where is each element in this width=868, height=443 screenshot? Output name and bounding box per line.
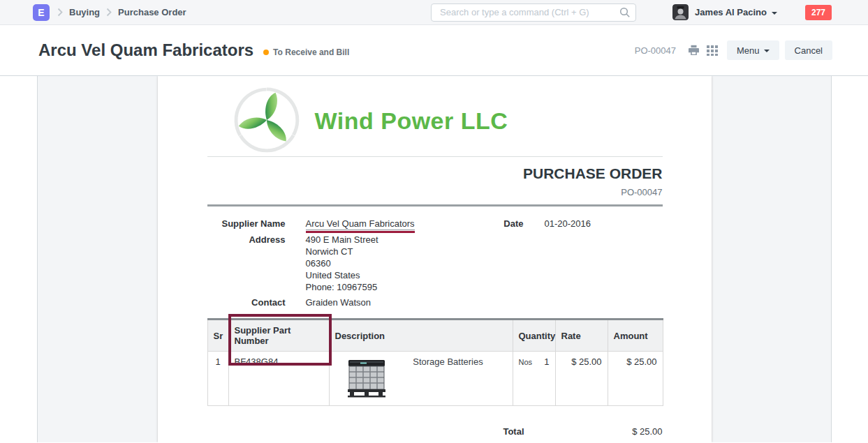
supplier-name-value: Arcu Vel Quam Fabricators [306, 218, 415, 230]
status-label: To Receive and Bill [273, 47, 349, 57]
breadcrumb-purchase-order[interactable]: Purchase Order [118, 7, 186, 17]
total-value: $ 25.00 [524, 424, 663, 440]
user-name: James Al Pacino [695, 7, 767, 17]
page-actions: PO-00047 Menu Cancel [635, 40, 832, 60]
search-icon [619, 7, 631, 21]
header-amount: Amount [608, 320, 663, 352]
address-label: Address [207, 234, 286, 293]
totals-section: Total $ 25.00 Grand Total $ 25.00 In Wor… [207, 424, 663, 442]
divider [207, 204, 663, 207]
notification-count-badge[interactable]: 277 [805, 5, 832, 20]
item-description: Storage Batteries [390, 356, 507, 367]
header-sr: Sr [207, 320, 228, 352]
letterhead: Wind Power LLC [207, 88, 663, 157]
cell-rate: $ 25.00 [555, 352, 608, 406]
chevron-down-icon [772, 12, 777, 15]
grand-total-value: $ 25.00 [524, 440, 663, 442]
user-menu[interactable]: James Al Pacino [672, 4, 777, 20]
print-icon[interactable] [688, 45, 700, 56]
app-logo[interactable]: E [33, 4, 50, 21]
page-title: Arcu Vel Quam Fabricators [38, 40, 253, 60]
cell-sr: 1 [207, 352, 228, 406]
global-search [431, 3, 636, 22]
supplier-name-label: Supplier Name [207, 218, 286, 230]
cell-description: Storage Batteries [329, 352, 513, 406]
header-quantity: Quantity [513, 320, 555, 352]
cell-amount: $ 25.00 [608, 352, 663, 406]
items-table-wrap: Sr Supplier Part Number Description Quan… [207, 318, 663, 406]
menu-button[interactable]: Menu [727, 40, 779, 60]
chevron-right-icon [106, 8, 112, 17]
doc-number: PO-00047 [635, 45, 676, 56]
user-avatar [672, 4, 689, 20]
header-rate: Rate [555, 320, 608, 352]
status-indicator: To Receive and Bill [263, 47, 349, 57]
cancel-button-label: Cancel [795, 45, 823, 56]
chevron-right-icon [57, 8, 63, 17]
cell-supplier-part-number: BF438G84 [228, 352, 329, 406]
company-name: Wind Power LLC [315, 107, 508, 135]
total-label: Total [207, 424, 524, 440]
grid-view-icon[interactable] [707, 45, 718, 56]
page-head: Arcu Vel Quam Fabricators To Receive and… [0, 25, 868, 76]
items-table-header-row: Sr Supplier Part Number Description Quan… [207, 320, 663, 352]
status-dot-icon [263, 50, 269, 55]
item-uom: Nos [519, 358, 533, 366]
document-number: PO-00047 [207, 187, 663, 197]
header-supplier-part-number: Supplier Part Number [228, 320, 329, 352]
date-value: 01-20-2016 [545, 218, 591, 230]
company-logo [233, 86, 301, 157]
contact-label: Contact [207, 296, 286, 308]
print-sheet: Wind Power LLC PURCHASE ORDER PO-00047 S… [158, 76, 712, 442]
print-preview-area: Wind Power LLC PURCHASE ORDER PO-00047 S… [37, 76, 832, 442]
document-type-title: PURCHASE ORDER [207, 165, 663, 182]
chevron-down-icon [764, 50, 770, 52]
date-label: Date [435, 218, 524, 230]
item-qty: 1 [544, 356, 549, 367]
top-navbar: E Buying Purchase Order James Al Pacino … [0, 0, 868, 25]
menu-button-label: Menu [737, 45, 760, 56]
cell-quantity: Nos 1 [513, 352, 555, 406]
search-input[interactable] [431, 3, 636, 22]
items-table: Sr Supplier Part Number Description Quan… [207, 318, 663, 406]
contact-value: Graiden Watson [306, 296, 371, 308]
address-value: 490 E Main Street Norwich CT 06360 Unite… [306, 234, 378, 293]
header-description: Description [329, 320, 513, 352]
document-details: Supplier Name Arcu Vel Quam Fabricators … [207, 218, 663, 312]
grand-total-label: Grand Total [207, 440, 524, 442]
table-row: 1 BF438G84 [207, 352, 663, 406]
product-image-storage-batteries [344, 356, 390, 400]
annotation-underline [306, 231, 415, 233]
breadcrumb-buying[interactable]: Buying [69, 7, 100, 17]
cancel-button[interactable]: Cancel [785, 40, 832, 60]
